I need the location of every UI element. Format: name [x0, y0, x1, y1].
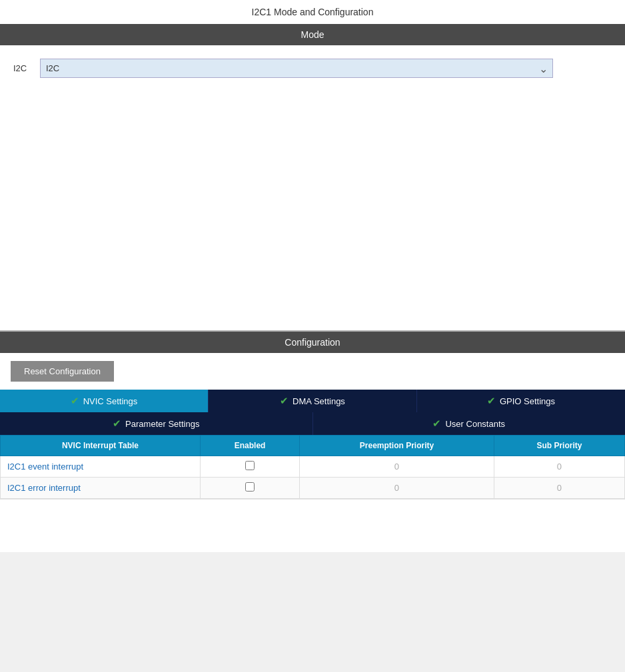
tab-user-constants[interactable]: ✔ User Constants [313, 412, 626, 435]
user-check-icon: ✔ [432, 418, 441, 430]
tab-nvic-label: NVIC Settings [83, 396, 138, 406]
reset-btn-area: Reset Configuration [0, 353, 625, 390]
nvic-table: NVIC Interrupt Table Enabled Preemption … [0, 435, 625, 499]
table-header-row: NVIC Interrupt Table Enabled Preemption … [1, 436, 625, 456]
nvic-check-icon: ✔ [71, 395, 79, 407]
tab-nvic-settings[interactable]: ✔ NVIC Settings [0, 390, 209, 412]
enabled-checkbox-event [200, 456, 299, 478]
interrupt-name-error: I2C1 error interrupt [1, 478, 201, 499]
preemption-priority-error: 0 [300, 478, 494, 499]
config-section-header: Configuration [0, 332, 625, 353]
mode-section: I2C I2C SMBus Alert SMBus Two-Wire Inter… [0, 45, 625, 332]
table-row: I2C1 event interrupt 0 0 [1, 456, 625, 478]
bottom-space [0, 499, 625, 552]
interrupt-name-event: I2C1 event interrupt [1, 456, 201, 478]
table-row: I2C1 error interrupt 0 0 [1, 478, 625, 499]
i2c-label: I2C [13, 63, 33, 73]
i2c-select[interactable]: I2C SMBus Alert SMBus Two-Wire Interface [40, 59, 553, 78]
tab-dma-label: DMA Settings [293, 396, 345, 406]
event-interrupt-checkbox[interactable] [245, 461, 255, 470]
tabs-row-1: ✔ NVIC Settings ✔ DMA Settings ✔ GPIO Se… [0, 390, 625, 412]
gpio-check-icon: ✔ [487, 395, 496, 407]
tab-parameter-settings[interactable]: ✔ Parameter Settings [0, 412, 313, 435]
i2c-select-wrapper: I2C SMBus Alert SMBus Two-Wire Interface… [40, 59, 553, 78]
tab-param-label: Parameter Settings [125, 419, 199, 429]
tab-gpio-settings[interactable]: ✔ GPIO Settings [417, 390, 625, 412]
tabs-row-2: ✔ Parameter Settings ✔ User Constants [0, 412, 625, 435]
error-interrupt-checkbox[interactable] [245, 482, 255, 492]
col-nvic-interrupt: NVIC Interrupt Table [1, 436, 201, 456]
tab-user-label: User Constants [445, 419, 505, 429]
main-container: I2C1 Mode and Configuration Mode I2C I2C… [0, 0, 625, 552]
mode-row: I2C I2C SMBus Alert SMBus Two-Wire Inter… [13, 59, 612, 78]
tab-gpio-label: GPIO Settings [500, 396, 555, 406]
tab-dma-settings[interactable]: ✔ DMA Settings [209, 390, 417, 412]
sub-priority-error: 0 [494, 478, 624, 499]
mode-section-header: Mode [0, 24, 625, 45]
enabled-checkbox-error [200, 478, 299, 499]
col-enabled: Enabled [200, 436, 299, 456]
dma-check-icon: ✔ [280, 395, 289, 407]
config-section: Reset Configuration ✔ NVIC Settings ✔ DM… [0, 353, 625, 552]
sub-priority-event: 0 [494, 456, 624, 478]
page-title: I2C1 Mode and Configuration [0, 0, 625, 24]
preemption-priority-event: 0 [300, 456, 494, 478]
col-sub-priority: Sub Priority [494, 436, 624, 456]
col-preemption: Preemption Priority [300, 436, 494, 456]
param-check-icon: ✔ [113, 418, 121, 430]
reset-configuration-button[interactable]: Reset Configuration [11, 361, 114, 382]
